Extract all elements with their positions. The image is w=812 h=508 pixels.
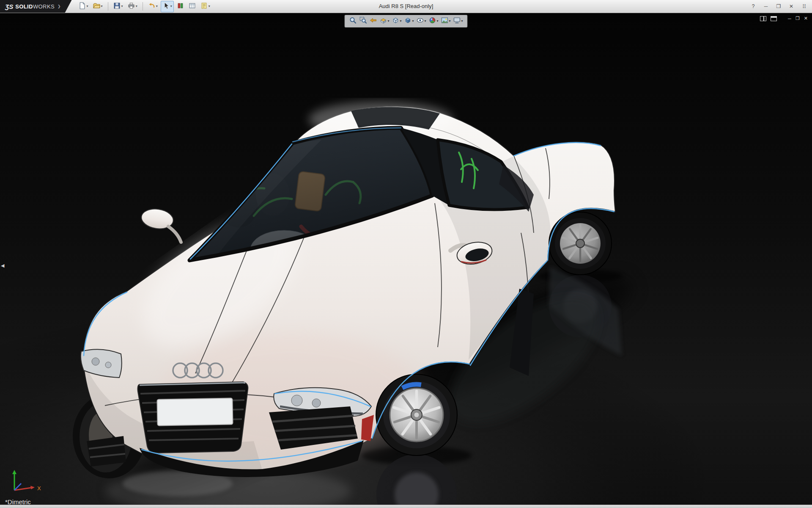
main-toolbar: ▾ ▾ ▾ ▾ ▾ ▾ ▾ <box>72 1 212 12</box>
status-strip <box>0 505 812 508</box>
print-icon <box>128 2 135 11</box>
y-axis-arrow <box>12 470 16 474</box>
edit-appearance-icon <box>429 17 436 26</box>
title-bar: ƷS SOLID WORKS ❯ ▾ ▾ ▾ ▾ ▾ <box>0 0 812 13</box>
save-button[interactable]: ▾ <box>112 1 125 12</box>
heads-up-view-toolbar: ▾ ▾ ▾ ▾ ▾ ▾ ▾ <box>344 15 467 28</box>
note-button[interactable]: ▾ <box>199 1 212 12</box>
solidworks-app: { "app": { "brand_mark": "ƷS", "brand_so… <box>0 0 812 508</box>
doc-close-button[interactable]: ✕ <box>804 16 808 21</box>
dropdown-caret[interactable]: ▾ <box>387 19 389 23</box>
window-controls: ? ─ ❐ ✕ ⠿ <box>749 3 812 10</box>
open-button[interactable]: ▾ <box>91 1 104 12</box>
dropdown-caret[interactable]: ▾ <box>87 5 88 8</box>
brand-3ds-icon: ƷS <box>5 3 13 10</box>
maximize-button[interactable]: ❐ <box>775 3 782 9</box>
undo-icon <box>148 2 155 11</box>
previous-view-icon <box>369 17 377 26</box>
new-document-button[interactable]: ▾ <box>77 1 90 12</box>
doc-minimize-button[interactable]: ─ <box>788 16 791 21</box>
display-style-button[interactable]: ▾ <box>403 16 414 26</box>
front-wheel <box>376 374 458 456</box>
apply-scene-button[interactable]: ▾ <box>441 16 451 26</box>
left-intake <box>87 436 126 467</box>
save-icon <box>113 2 121 11</box>
dropdown-caret[interactable]: ▾ <box>121 5 123 8</box>
dropdown-caret[interactable]: ▾ <box>400 19 401 23</box>
view-orientation-button[interactable]: ▾ <box>391 16 402 26</box>
feature-panel-expand-tab[interactable]: ◀ <box>0 260 5 271</box>
dropdown-caret[interactable]: ▾ <box>437 19 439 23</box>
brand-works-text: WORKS <box>33 3 55 10</box>
dropdown-caret[interactable]: ▾ <box>136 5 137 8</box>
solidworks-logo[interactable]: ƷS SOLID WORKS ❯ <box>0 0 72 13</box>
dropdown-caret[interactable]: ▾ <box>449 19 451 23</box>
toolbar-separator <box>143 2 143 11</box>
print-button[interactable]: ▾ <box>126 1 139 12</box>
document-window-controls: ─ ❐ ✕ <box>760 16 808 21</box>
rear-wheel <box>549 212 612 275</box>
undo-button[interactable]: ▾ <box>146 1 159 12</box>
x-axis-label: X <box>37 485 41 491</box>
section-view-button[interactable]: ▾ <box>379 16 390 26</box>
pane-layout-icon[interactable] <box>771 16 777 21</box>
design-table-button[interactable] <box>187 1 198 12</box>
view-settings-icon <box>453 17 461 26</box>
resize-grip-icon[interactable]: ⠿ <box>800 3 808 10</box>
select-button[interactable]: ▾ <box>161 1 174 12</box>
dropdown-caret[interactable]: ▾ <box>101 5 103 8</box>
menu-flyout-arrow-icon[interactable]: ❯ <box>58 4 61 8</box>
color-swatch-icon <box>177 2 184 11</box>
view-orientation-icon <box>392 17 399 26</box>
design-table-icon <box>189 2 196 11</box>
split-pane-icon[interactable] <box>760 16 766 21</box>
dropdown-caret[interactable]: ▾ <box>208 5 210 8</box>
hide-show-items-icon <box>416 17 424 26</box>
front-grille <box>138 382 248 453</box>
license-plate <box>157 398 233 425</box>
hide-show-items-button[interactable]: ▾ <box>416 16 426 26</box>
close-button[interactable]: ✕ <box>787 3 795 9</box>
previous-view-button[interactable] <box>369 16 377 26</box>
reference-triad: X <box>5 467 47 494</box>
view-settings-button[interactable]: ▾ <box>453 16 464 26</box>
display-style-icon <box>404 17 411 26</box>
panel-expand-arrow-icon: ◀ <box>1 263 4 268</box>
note-icon <box>200 2 208 11</box>
section-view-icon <box>379 17 387 26</box>
open-icon <box>93 2 100 11</box>
minimize-button[interactable]: ─ <box>762 3 770 9</box>
model-render <box>0 13 812 505</box>
zoom-to-area-button[interactable] <box>359 16 367 26</box>
select-cursor-icon <box>162 2 170 11</box>
dropdown-caret[interactable]: ▾ <box>156 5 158 8</box>
doc-restore-button[interactable]: ❐ <box>796 16 800 21</box>
color-swatch-button[interactable] <box>175 1 186 12</box>
x-axis-arrow <box>30 486 35 490</box>
toolbar-separator <box>108 2 108 11</box>
dropdown-caret[interactable]: ▾ <box>424 19 426 23</box>
zoom-to-area-icon <box>359 17 367 26</box>
edit-appearance-button[interactable]: ▾ <box>428 16 439 26</box>
apply-scene-icon <box>441 17 449 26</box>
dropdown-caret[interactable]: ▾ <box>461 19 463 23</box>
brand-solid-text: SOLID <box>15 3 33 10</box>
new-document-icon <box>79 2 86 11</box>
help-button[interactable]: ? <box>749 3 757 9</box>
dropdown-caret[interactable]: ▾ <box>412 19 414 23</box>
zoom-to-fit-button[interactable] <box>348 16 357 26</box>
zoom-to-fit-icon <box>349 17 357 26</box>
graphics-area[interactable]: ▾ ▾ ▾ ▾ ▾ ▾ ▾ ─ ❐ ✕ <box>0 13 812 505</box>
dropdown-caret[interactable]: ▾ <box>170 5 172 8</box>
